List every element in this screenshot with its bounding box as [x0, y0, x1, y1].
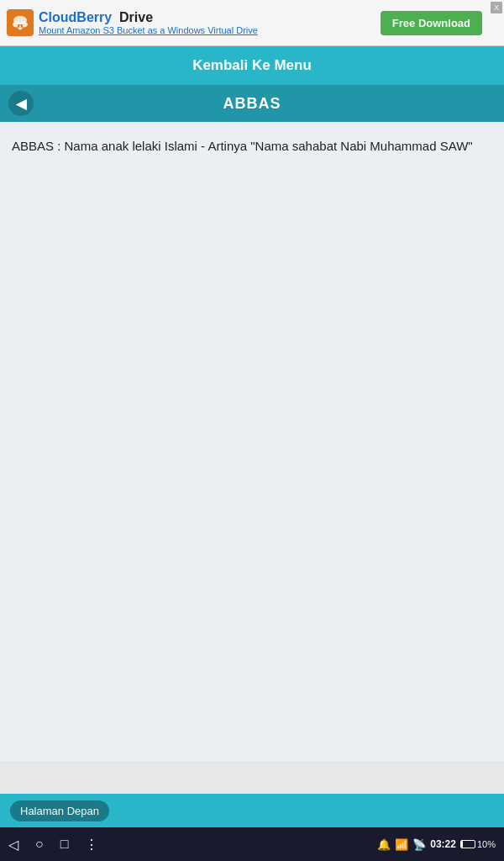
clock-display: 03:22	[430, 838, 456, 850]
ad-banner: CloudBerry Drive Mount Amazon S3 Bucket …	[0, 0, 504, 46]
ad-text-block: CloudBerry Drive Mount Amazon S3 Bucket …	[39, 10, 258, 35]
ad-title-cloudberry: CloudBerry	[39, 10, 112, 24]
ad-close-button[interactable]: X	[491, 2, 502, 13]
nav-home-icon[interactable]: ○	[35, 837, 44, 852]
battery-percent: 10%	[477, 839, 496, 849]
ad-logo-icon	[7, 9, 34, 36]
battery-indicator: 10%	[460, 839, 496, 849]
nav-recent-icon[interactable]: □	[60, 837, 69, 852]
header-bar: ◀ ABBAS	[0, 85, 504, 122]
back-button[interactable]: ◀	[8, 91, 34, 116]
nav-bar: ◁ ○ □ ⋮ 🔔 📶 📡 03:22 10%	[0, 827, 504, 861]
free-download-button[interactable]: Free Download	[381, 11, 482, 35]
bottom-bar: Halaman Depan	[0, 794, 504, 827]
ad-left: CloudBerry Drive Mount Amazon S3 Bucket …	[7, 9, 258, 36]
battery-box	[460, 840, 475, 848]
main-content: ABBAS : Nama anak lelaki Islami - Artiny…	[0, 122, 504, 761]
nav-back-icon[interactable]: ◁	[8, 837, 18, 853]
nav-right: 🔔 📶 📡 03:22 10%	[377, 838, 496, 851]
battery-fill	[461, 841, 463, 848]
nav-more-icon[interactable]: ⋮	[85, 837, 98, 853]
halaman-depan-button[interactable]: Halaman Depan	[10, 800, 109, 821]
ad-title: CloudBerry Drive	[39, 10, 258, 25]
status-icons: 🔔 📶 📡 03:22 10%	[377, 838, 496, 851]
ad-subtitle[interactable]: Mount Amazon S3 Bucket as a Windows Virt…	[39, 25, 258, 35]
notification-icon: 🔔	[377, 838, 391, 851]
header-title: ABBAS	[42, 95, 462, 113]
kembali-ke-menu-button[interactable]: Kembali Ke Menu	[0, 46, 504, 85]
signal-icon: 📶	[395, 838, 408, 851]
wifi-icon: 📡	[412, 838, 426, 851]
ad-title-drive: Drive	[119, 10, 153, 24]
nav-left: ◁ ○ □ ⋮	[8, 837, 98, 853]
content-text: ABBAS : Nama anak lelaki Islami - Artiny…	[12, 137, 492, 156]
